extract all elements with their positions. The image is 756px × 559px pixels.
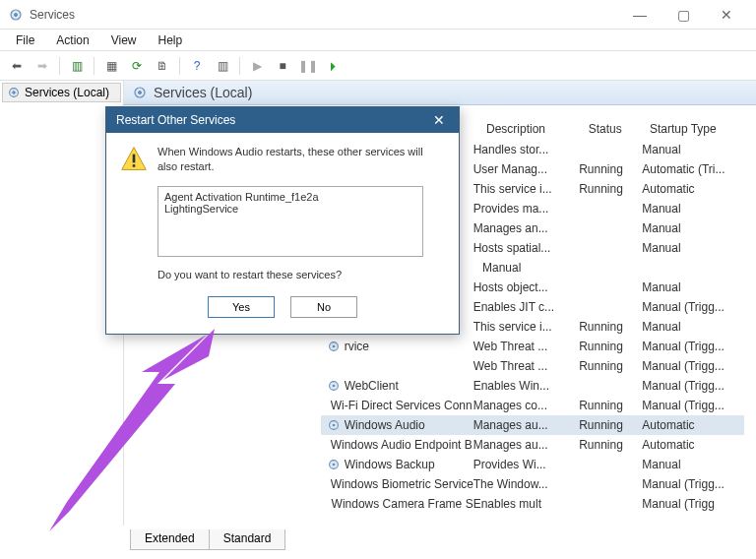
stop-service-button[interactable]: ■ (272, 55, 293, 77)
service-name: Windows Audio (345, 418, 425, 432)
help-button[interactable]: ? (186, 55, 208, 77)
toolbar: ⬅ ➡ ▥ ▦ ⟳ 🗎 ? ▥ ▶ ■ ❚❚ ⏵ (0, 51, 756, 81)
menu-action[interactable]: Action (46, 31, 98, 49)
service-status: Running (579, 418, 642, 432)
minimize-button[interactable]: — (618, 0, 662, 30)
service-name: Windows Biometric Service (331, 477, 473, 491)
service-startup-type: Manual (Trigg... (642, 477, 744, 491)
window-title: Services (30, 8, 618, 22)
yes-button[interactable]: Yes (208, 296, 275, 318)
service-startup-type: Manual (482, 261, 521, 275)
dialog-list-item[interactable]: Agent Activation Runtime_f1e2a (164, 191, 416, 203)
table-row[interactable]: Web Threat ...RunningManual (Trigg... (321, 356, 744, 376)
service-startup-type: Automatic (642, 438, 744, 452)
pause-service-button[interactable]: ❚❚ (297, 55, 319, 77)
service-name: WebClient (345, 379, 399, 393)
menu-file[interactable]: File (6, 31, 44, 49)
dialog-list-item[interactable]: LightingService (164, 203, 416, 215)
service-name: Windows Camera Frame S (332, 497, 473, 511)
menu-view[interactable]: View (101, 31, 147, 49)
service-startup-type: Manual (Trigg (642, 497, 744, 511)
service-startup-type: Manual (642, 320, 744, 334)
maximize-button[interactable]: ▢ (662, 0, 705, 30)
table-row[interactable]: Wi-Fi Direct Services Conn...Manages co.… (321, 396, 744, 415)
export-list-button[interactable]: 🗎 (152, 55, 173, 77)
service-startup-type: Manual (Trigg... (642, 359, 744, 373)
action-pane-button[interactable]: ▥ (212, 55, 233, 77)
table-row[interactable]: Windows AudioManages au...RunningAutomat… (321, 415, 744, 435)
service-status: Running (579, 359, 642, 373)
service-description: Manual (482, 261, 595, 275)
service-description: Hosts object... (473, 280, 580, 294)
service-status: Running (579, 340, 642, 353)
service-startup-type: Manual (Trigg... (642, 300, 744, 314)
table-row[interactable]: Windows Camera Frame SEnables multManual… (321, 494, 744, 514)
no-button[interactable]: No (290, 296, 357, 318)
right-pane-title: Services (Local) (154, 85, 252, 100)
menu-help[interactable]: Help (149, 31, 193, 49)
titlebar: Services — ▢ ✕ (0, 0, 756, 30)
tree-root-label: Services (Local) (25, 86, 109, 99)
properties-button[interactable]: ▦ (100, 55, 122, 77)
table-row[interactable]: Windows BackupProvides Wi...Manual (321, 455, 744, 474)
service-startup-type: Manual (Trigg... (642, 340, 744, 353)
service-status: Running (579, 162, 642, 176)
table-row[interactable]: Windows Biometric ServiceThe Window...Ma… (321, 474, 744, 494)
right-header: Services (Local) (124, 81, 756, 105)
menubar: File Action View Help (0, 30, 756, 51)
service-description: User Manag... (473, 162, 580, 176)
bottom-tabs: Extended Standard (130, 529, 285, 551)
svg-rect-26 (133, 164, 136, 167)
service-startup-type: Manual (642, 221, 744, 235)
service-name: Windows Backup (345, 458, 435, 471)
svg-point-5 (139, 92, 142, 94)
tab-extended[interactable]: Extended (130, 529, 209, 550)
grid-header: Description Status Startup Type (482, 120, 744, 142)
service-description: Provides Wi... (473, 458, 580, 471)
refresh-button[interactable]: ⟳ (126, 55, 148, 77)
dialog-close-button[interactable]: ✕ (429, 112, 449, 128)
table-row[interactable]: rviceWeb Threat ...RunningManual (Trigg.… (321, 337, 744, 356)
service-startup-type: Manual (Trigg... (642, 399, 744, 412)
service-name: Windows Audio Endpoint B... (331, 438, 473, 452)
service-description: Enables Win... (473, 379, 580, 393)
service-description: Manages au... (473, 438, 580, 452)
back-button[interactable]: ⬅ (6, 55, 28, 77)
service-description: Handles stor... (473, 143, 580, 156)
service-name: Wi-Fi Direct Services Conn... (331, 399, 473, 412)
col-startup[interactable]: Startup Type (646, 120, 744, 142)
service-startup-type: Manual (Trigg... (642, 379, 744, 393)
show-hide-tree-button[interactable]: ▥ (66, 55, 88, 77)
service-description: Web Threat ... (473, 359, 580, 373)
service-status: Running (579, 399, 642, 412)
svg-point-9 (332, 345, 335, 348)
dialog-services-list[interactable]: Agent Activation Runtime_f1e2a LightingS… (158, 186, 423, 257)
service-description: Manages co... (473, 399, 580, 412)
service-description: Hosts spatial... (473, 241, 580, 255)
forward-button[interactable]: ➡ (32, 55, 53, 77)
service-description: Web Threat ... (473, 340, 580, 353)
col-status[interactable]: Status (585, 120, 646, 142)
table-row[interactable]: WebClientEnables Win...Manual (Trigg... (321, 376, 744, 396)
tab-standard[interactable]: Standard (209, 529, 286, 550)
warning-icon (120, 145, 148, 172)
restart-service-button[interactable]: ⏵ (323, 55, 345, 77)
service-description: The Window... (473, 477, 580, 491)
tree-root-services-local[interactable]: Services (Local) (2, 83, 121, 102)
service-description: This service i... (473, 182, 580, 196)
svg-point-1 (15, 13, 18, 16)
dialog-message: When Windows Audio restarts, these other… (158, 145, 445, 174)
dialog-question: Do you want to restart these services? (158, 269, 445, 280)
close-window-button[interactable]: ✕ (705, 0, 748, 30)
service-name: rvice (345, 340, 369, 353)
col-description[interactable]: Description (482, 120, 585, 142)
dialog-titlebar[interactable]: Restart Other Services ✕ (106, 107, 459, 133)
svg-point-15 (332, 424, 335, 427)
service-startup-type: Automatic (642, 182, 744, 196)
service-description: Manages au... (473, 418, 580, 432)
start-service-button[interactable]: ▶ (246, 55, 268, 77)
app-icon (8, 7, 24, 23)
service-description: Provides ma... (473, 202, 580, 216)
service-status: Running (579, 438, 642, 452)
table-row[interactable]: Windows Audio Endpoint B...Manages au...… (321, 435, 744, 455)
